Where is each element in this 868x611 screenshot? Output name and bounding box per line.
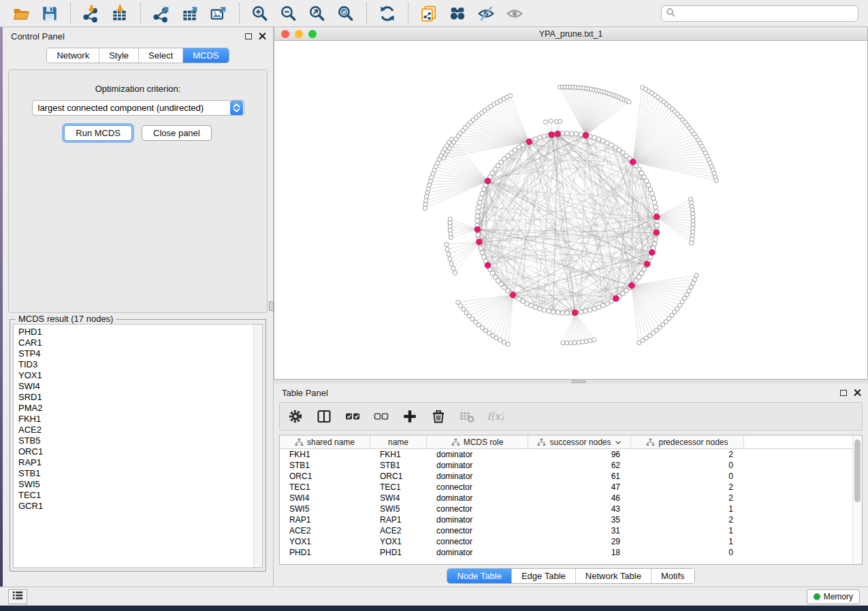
save-session-icon[interactable] <box>38 3 61 24</box>
cell-MCDS-role: connector <box>427 537 528 546</box>
mcds-result-item[interactable]: YOX1 <box>18 370 253 381</box>
clone-network-icon[interactable] <box>417 3 440 24</box>
find-icon[interactable] <box>446 3 469 24</box>
mcds-result-item[interactable]: SWI5 <box>18 479 253 490</box>
column-header-successor-nodes[interactable]: successor nodes <box>528 435 631 448</box>
network-view-canvas[interactable] <box>274 41 867 379</box>
tab-select[interactable]: Select <box>138 48 182 63</box>
table-row[interactable]: STB1STB1dominator620 <box>280 460 852 471</box>
deselect-all-icon[interactable] <box>372 408 390 425</box>
mcds-result-item[interactable]: GCR1 <box>18 501 253 512</box>
tab-network[interactable]: Network <box>47 48 99 63</box>
mcds-result-item[interactable]: STB5 <box>18 435 253 446</box>
tab-motifs[interactable]: Motifs <box>651 569 694 583</box>
memory-button[interactable]: Memory <box>807 589 860 604</box>
network-window-titlebar[interactable]: YPA_prune.txt_1 <box>274 27 867 41</box>
column-header-name[interactable]: name <box>370 435 427 448</box>
window-traffic-lights <box>281 30 317 38</box>
mcds-result-item[interactable]: PHD1 <box>18 327 253 337</box>
mcds-result-item[interactable]: SWI4 <box>18 381 253 392</box>
mcds-result-item[interactable]: FKH1 <box>18 414 253 425</box>
horizontal-splitter-handle[interactable] <box>571 380 586 383</box>
search-input[interactable] <box>675 9 854 18</box>
task-history-button[interactable] <box>8 589 27 604</box>
maximize-window-icon[interactable] <box>308 30 317 38</box>
cell-MCDS-role: dominator <box>427 493 528 503</box>
optimization-criterion-select[interactable]: largest connected component (undirected) <box>32 100 244 116</box>
cell-predecessor-nodes: 1 <box>631 504 744 514</box>
cell-predecessor-nodes: 0 <box>631 461 744 470</box>
mcds-result-item[interactable]: PMA2 <box>18 403 253 414</box>
mcds-result-item[interactable]: RAP1 <box>18 457 253 468</box>
delete-table-icon <box>458 408 476 425</box>
open-file-icon[interactable] <box>10 3 33 24</box>
add-row-icon[interactable] <box>401 408 419 425</box>
table-row[interactable]: SWI4SWI4dominator462 <box>280 493 852 503</box>
import-table-icon[interactable] <box>108 3 131 24</box>
close-panel-icon[interactable] <box>259 33 266 40</box>
refresh-icon[interactable] <box>376 3 399 24</box>
memory-status-icon <box>814 593 820 600</box>
mcds-list-scrollbar[interactable] <box>253 325 262 567</box>
cell-shared-name: TEC1 <box>280 482 370 492</box>
table-body: FKH1FKH1dominator962STB1STB1dominator620… <box>280 449 852 564</box>
tab-mcds[interactable]: MCDS <box>182 48 228 63</box>
mcds-result-item[interactable]: SRD1 <box>18 392 253 403</box>
cell-name: ORC1 <box>370 472 427 481</box>
table-row[interactable]: ACE2ACE2connector311 <box>280 525 852 536</box>
mcds-result-item[interactable]: CAR1 <box>18 337 253 348</box>
close-table-panel-icon[interactable] <box>854 389 861 397</box>
export-network-icon[interactable] <box>150 3 173 24</box>
export-image-icon[interactable] <box>207 3 230 24</box>
zoom-selected-icon[interactable] <box>334 3 357 24</box>
zoom-out-icon[interactable] <box>277 3 300 24</box>
close-window-icon[interactable] <box>281 30 289 38</box>
select-all-icon[interactable] <box>344 408 361 425</box>
column-header-predecessor-nodes[interactable]: predecessor nodes <box>631 435 744 448</box>
float-table-panel-icon[interactable] <box>840 390 847 396</box>
settings-icon[interactable] <box>287 408 304 425</box>
import-network-icon[interactable] <box>80 3 103 24</box>
table-row[interactable]: FKH1FKH1dominator962 <box>280 449 852 460</box>
mcds-result-item[interactable]: TEC1 <box>18 490 253 501</box>
panel-icon[interactable] <box>315 408 333 425</box>
cell-successor-nodes: 47 <box>528 482 631 492</box>
svg-text:f(x): f(x) <box>487 410 504 423</box>
table-row[interactable]: ORC1ORC1dominator610 <box>280 471 852 482</box>
horizontal-splitter[interactable] <box>274 380 868 384</box>
table-row[interactable]: YOX1YOX1connector291 <box>280 536 852 547</box>
control-panel-tabs: NetworkStyleSelectMCDS <box>3 48 273 63</box>
mcds-result-item[interactable]: TID3 <box>18 359 253 370</box>
toolbar-separator <box>70 3 71 24</box>
tab-style[interactable]: Style <box>99 48 138 63</box>
table-row[interactable]: PHD1PHD1dominator180 <box>280 547 852 558</box>
mcds-result-item[interactable]: STP4 <box>18 348 253 359</box>
search-box[interactable] <box>661 5 858 22</box>
minimize-window-icon[interactable] <box>295 30 303 38</box>
hide-selected-icon[interactable] <box>475 3 498 24</box>
optimization-criterion-value: largest connected component (undirected) <box>33 103 230 113</box>
tab-network-table[interactable]: Network Table <box>575 569 651 583</box>
zoom-in-icon[interactable] <box>248 3 272 24</box>
table-scrollbar[interactable] <box>852 435 862 564</box>
show-all-icon <box>503 3 526 24</box>
column-header-shared-name[interactable]: shared name <box>280 435 370 448</box>
tab-node-table[interactable]: Node Table <box>447 569 511 583</box>
close-panel-button[interactable]: Close panel <box>142 125 212 141</box>
delete-row-icon[interactable] <box>430 408 447 425</box>
table-row[interactable]: RAP1RAP1dominator352 <box>280 514 852 525</box>
mcds-result-item[interactable]: ACE2 <box>18 425 253 435</box>
column-header-MCDS-role[interactable]: MCDS role <box>427 435 528 448</box>
vertical-splitter-handle[interactable] <box>269 301 274 311</box>
float-panel-icon[interactable] <box>245 33 252 39</box>
export-table-icon[interactable] <box>178 3 202 24</box>
tab-edge-table[interactable]: Edge Table <box>511 569 575 583</box>
table-row[interactable]: TEC1TEC1connector472 <box>280 482 852 493</box>
table-scrollbar-thumb[interactable] <box>854 440 861 502</box>
cell-MCDS-role: dominator <box>427 461 528 470</box>
table-row[interactable]: SWI5SWI5connector431 <box>280 503 852 514</box>
run-mcds-button[interactable]: Run MCDS <box>64 125 132 141</box>
mcds-result-item[interactable]: ORC1 <box>18 446 253 457</box>
mcds-result-item[interactable]: STB1 <box>18 468 253 479</box>
zoom-fit-icon[interactable] <box>306 3 329 24</box>
